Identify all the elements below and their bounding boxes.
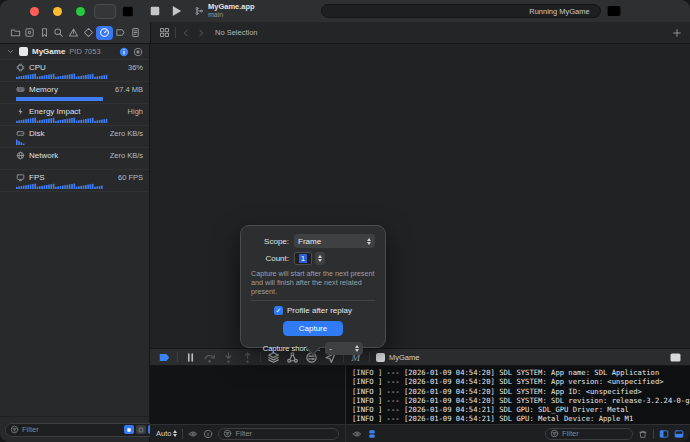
footer-divider xyxy=(653,429,654,439)
gauge-row-network[interactable]: NetworkZero KB/s xyxy=(0,148,149,170)
show-timestamps-eye-icon[interactable] xyxy=(352,429,362,439)
variables-view[interactable]: Auto xyxy=(150,366,345,442)
capture-button[interactable]: Capture xyxy=(283,321,343,336)
zoom-window-button[interactable] xyxy=(76,7,85,16)
flag-filter-icon[interactable] xyxy=(124,425,134,434)
navigator-tab-issues[interactable] xyxy=(67,26,81,40)
count-field[interactable]: 1 xyxy=(294,252,312,265)
gauge-name: Disk xyxy=(29,129,45,138)
capture-shortcut-popup[interactable]: - xyxy=(325,342,363,355)
navigator-tab-bookmarks[interactable] xyxy=(37,26,51,40)
activity-status-text: Running MyGame xyxy=(529,7,589,16)
navigator-tab-reports[interactable] xyxy=(128,26,142,40)
process-pid: PID 7053 xyxy=(69,47,100,56)
navigator-tab-debug-gauge[interactable] xyxy=(96,26,113,40)
debug-target-name: MyGame xyxy=(389,353,419,362)
view-toggle-icon[interactable] xyxy=(136,425,146,434)
console-filter-field[interactable] xyxy=(545,428,633,440)
navigator-tab-source-control[interactable] xyxy=(23,26,37,40)
navigator-tab-breakpoints[interactable] xyxy=(113,26,127,40)
gauge-name: CPU xyxy=(29,63,46,72)
console-filter-input[interactable] xyxy=(562,429,628,438)
quicklook-info-icon[interactable] xyxy=(203,429,213,439)
process-info-icon[interactable] xyxy=(119,47,129,57)
scheme-branch-icon xyxy=(194,6,204,16)
gpu-capture-popover: Scope: Frame Count: 1 Capture will start… xyxy=(240,225,386,348)
xcode-window: MyGame.app main Running MyGame No Select… xyxy=(0,0,690,442)
toggle-inspector-panel-button[interactable] xyxy=(606,4,622,19)
scope-label: Scope: xyxy=(251,237,289,246)
fps-icon xyxy=(16,173,25,182)
gauge-history-bar xyxy=(16,183,143,189)
add-editor-tab-icon[interactable] xyxy=(672,28,682,38)
debug-bar: MMyGame xyxy=(150,348,690,366)
scope-popup[interactable]: Frame xyxy=(294,234,375,248)
count-label: Count: xyxy=(251,254,289,263)
disclosure-chevron-icon[interactable] xyxy=(6,47,15,56)
step-over-icon[interactable] xyxy=(203,351,216,364)
gauge-row-disk[interactable]: DiskZero KB/s xyxy=(0,126,149,148)
stop-button[interactable] xyxy=(147,4,163,19)
scope-value: Frame xyxy=(298,237,321,246)
navigator-tab-project[interactable] xyxy=(8,26,22,40)
show-values-eye-icon[interactable] xyxy=(188,429,198,439)
clear-console-trash-icon[interactable] xyxy=(638,429,648,439)
kill-process-icon[interactable] xyxy=(133,47,143,57)
profile-after-replay-label: Profile after replay xyxy=(287,306,352,315)
navigate-forward-icon[interactable] xyxy=(196,28,206,38)
pause-icon[interactable] xyxy=(184,351,197,364)
gauge-row-energy-impact[interactable]: Energy ImpactHigh xyxy=(0,104,149,126)
navigator-tab-find[interactable] xyxy=(52,26,66,40)
run-button[interactable] xyxy=(168,4,184,19)
toggle-variables-pane-icon[interactable] xyxy=(659,429,669,439)
scheme-app-name: MyGame.app xyxy=(208,3,255,11)
project-icon xyxy=(10,27,21,38)
variables-filter-field[interactable] xyxy=(218,428,339,440)
process-row[interactable]: MyGame PID 7053 xyxy=(0,44,149,60)
minimize-window-button[interactable] xyxy=(53,7,62,16)
gauge-name: Network xyxy=(29,151,58,160)
gauge-value: 67.4 MB xyxy=(115,85,143,94)
view-options-button[interactable] xyxy=(94,4,116,19)
navigator-filter-bar xyxy=(0,416,149,442)
navigate-back-icon[interactable] xyxy=(181,28,191,38)
navigator-tab-tests[interactable] xyxy=(81,26,95,40)
popover-divider xyxy=(251,300,375,301)
toggle-console-pane-icon[interactable] xyxy=(674,429,684,439)
add-editor-button[interactable] xyxy=(121,4,137,19)
gauge-row-memory[interactable]: Memory67.4 MB xyxy=(0,82,149,104)
related-items-icon[interactable] xyxy=(159,27,170,38)
filter-icon xyxy=(10,425,19,434)
activity-viewer[interactable]: Running MyGame xyxy=(321,4,601,18)
variables-filter-input[interactable] xyxy=(235,429,334,438)
process-name: MyGame xyxy=(32,47,65,56)
debug-target-badge[interactable]: MyGame xyxy=(376,353,419,362)
navigator-tab-strip xyxy=(0,22,150,44)
step-into-icon[interactable] xyxy=(222,351,235,364)
console-line: [INFO ] --- [2026-01-09 04:54:20] SDL SY… xyxy=(352,396,690,405)
gauge-row-cpu[interactable]: CPU36% xyxy=(0,60,149,82)
bookmarks-icon xyxy=(39,27,50,38)
navigator-filter-input[interactable] xyxy=(22,425,119,434)
close-window-button[interactable] xyxy=(30,7,39,16)
gauge-row-fps[interactable]: FPS60 FPS xyxy=(0,170,149,192)
issues-icon xyxy=(68,27,79,38)
debug-bar-divider xyxy=(177,352,178,362)
profile-after-replay-checkbox[interactable]: ✓ xyxy=(274,306,283,315)
capture-description: Capture will start after the next presen… xyxy=(251,269,375,296)
scheme-selector[interactable]: MyGame.app main xyxy=(194,3,255,19)
popup-arrows-icon xyxy=(355,345,359,352)
console-mode-icon[interactable] xyxy=(367,429,377,439)
navigator-filter-field[interactable] xyxy=(5,423,163,437)
gauge-history-bar xyxy=(16,139,143,145)
gauge-name: Memory xyxy=(29,85,58,94)
console-output[interactable]: [INFO ] --- [2026-01-09 04:54:20] SDL SY… xyxy=(346,366,690,424)
filter-icon xyxy=(223,429,232,438)
console-pane-icon[interactable] xyxy=(669,351,682,364)
variables-footer: Auto xyxy=(150,424,345,442)
count-stepper[interactable] xyxy=(315,252,325,265)
breakpoints-fill-icon[interactable] xyxy=(158,351,171,364)
debug-gauge-icon xyxy=(99,27,110,38)
variables-scope-popup[interactable]: Auto xyxy=(156,429,177,438)
console-footer xyxy=(346,424,690,442)
